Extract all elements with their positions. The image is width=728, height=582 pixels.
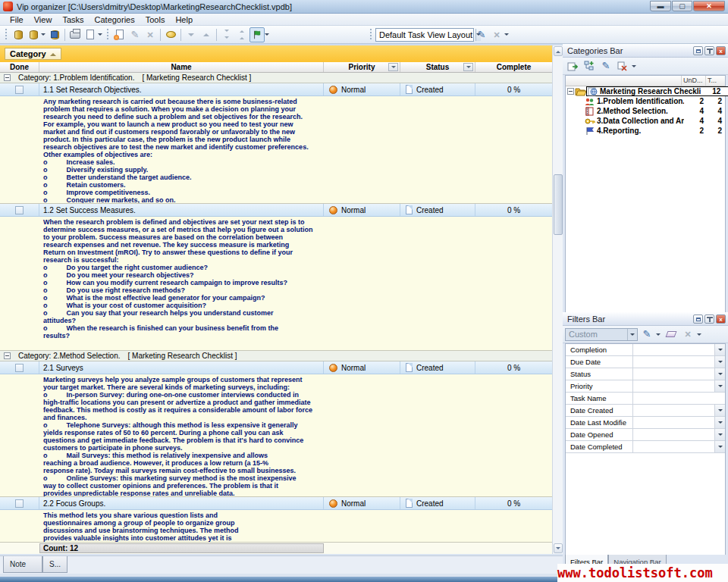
add-category-button[interactable] [582,59,597,73]
task-row[interactable]: 1.2 Set Success Measures. Normal Created… [0,204,552,217]
tree-header-name[interactable] [566,76,681,86]
column-header-done[interactable]: Done [0,62,39,72]
column-header-complete[interactable]: Complete [475,62,552,72]
save-database-button[interactable] [47,27,62,42]
edit-task-button[interactable]: ✎ [127,27,143,42]
filter-value[interactable] [632,380,714,392]
move-top-button[interactable] [234,27,249,42]
column-header-status[interactable]: Status [400,62,475,72]
tree-header-total[interactable]: T... [705,76,725,86]
panel-restore-button[interactable] [693,314,703,324]
panel-close-button[interactable]: x [716,314,726,324]
minimize-button[interactable]: ▬ [650,1,671,11]
delete-layout-button[interactable]: ✕ [489,27,504,42]
print-options-caret[interactable] [98,33,102,38]
collapse-group-icon[interactable] [4,74,11,81]
task-checkbox[interactable] [15,86,24,94]
collapse-tree-icon[interactable] [567,88,574,95]
filter-value[interactable] [632,405,714,416]
tree-item-category[interactable]: 2.Method Selection. 4 4 [566,106,725,116]
clear-filter-button[interactable] [664,327,679,341]
menu-view[interactable]: View [29,14,58,25]
filter-dropdown-button[interactable] [714,417,725,428]
layout-combo[interactable]: Default Task View Layout [375,28,474,42]
tree-item-category[interactable]: 4.Reporting. 2 2 [566,126,725,136]
filter-dropdown-button[interactable] [714,405,725,416]
add-tasklist-button[interactable] [565,59,580,73]
filter-preset-dropdown[interactable] [627,329,637,340]
panel-pin-button[interactable] [704,46,714,55]
filter-value[interactable] [632,417,714,428]
flag-view-button[interactable] [249,27,265,42]
filter-dropdown-button[interactable] [714,429,725,440]
menu-categories[interactable]: Categories [89,14,140,25]
filter-dropdown-button[interactable] [714,380,725,392]
task-description[interactable]: Marketing surveys help you analyze sampl… [0,374,552,497]
delete-category-button[interactable] [615,59,630,73]
task-priority-cell[interactable]: Normal [324,204,400,216]
edit-category-button[interactable]: ✎ [598,59,613,73]
move-up-button[interactable] [199,27,214,42]
task-description[interactable]: When the research problem is defined and… [0,217,552,351]
toolbar-grip-3[interactable] [369,29,373,41]
scroll-up-button[interactable] [554,46,563,56]
task-checkbox[interactable] [15,364,24,372]
filter-value[interactable] [632,344,714,355]
task-description[interactable]: This method lets you share various quest… [0,510,552,542]
filters-toolbar-caret[interactable] [697,333,701,338]
tree-item-category[interactable]: 3.Data Collection and Analy 4 4 [566,116,725,126]
priority-filter-button[interactable] [388,63,398,71]
task-checkbox[interactable] [15,499,24,508]
task-complete-cell[interactable]: 0 % [475,83,552,95]
task-status-cell[interactable]: Created [400,361,475,374]
menu-help[interactable]: Help [170,14,198,25]
toolbar-grip[interactable] [5,29,8,41]
status-filter-button[interactable] [463,63,473,71]
open-database-caret[interactable] [41,33,46,38]
task-name-cell[interactable]: 1.2 Set Success Measures. [39,204,324,216]
group-row[interactable]: Category: 2.Method Selection. [ Marketin… [0,351,552,361]
menu-file[interactable]: File [5,14,29,25]
task-priority-cell[interactable]: Normal [324,361,400,374]
filter-value[interactable] [632,368,714,380]
tree-item-category[interactable]: 1.Problem Identification. 2 2 [566,96,725,106]
tab-note[interactable]: Note [3,556,42,573]
task-description[interactable]: Any marketing research is carried out be… [0,96,552,204]
highlight-button[interactable] [163,27,178,42]
scrollbar-thumb[interactable] [554,174,563,235]
task-complete-cell[interactable]: 0 % [475,361,552,374]
task-name-cell[interactable]: 1.1 Set Research Objectives. [39,83,324,95]
task-row[interactable]: 2.1 Surveys Normal Created 0 % [0,361,552,374]
scroll-down-button[interactable] [554,543,563,553]
task-status-cell[interactable]: Created [400,204,475,216]
tab-s[interactable]: S... [42,556,67,573]
add-task-button[interactable] [112,27,127,42]
filter-dropdown-button[interactable] [714,441,725,452]
column-header-name[interactable]: Name [39,62,324,72]
menu-tools[interactable]: Tools [140,14,171,25]
tree-item-tasklist[interactable]: Marketing Research Checkli 12 12 [566,86,725,96]
task-status-cell[interactable]: Created [400,83,475,95]
toolbar-grip-2[interactable] [106,29,110,41]
task-priority-cell[interactable]: Normal [324,83,400,95]
panel-restore-button[interactable] [693,46,703,55]
save-layout-button[interactable]: ✎ [474,27,489,42]
menu-tasks[interactable]: Tasks [57,14,89,25]
filter-value[interactable] [632,429,714,440]
task-name-cell[interactable]: 2.1 Surveys [39,361,324,374]
task-checkbox[interactable] [15,206,24,214]
column-header-priority[interactable]: Priority [324,62,400,72]
layout-overflow-caret[interactable] [504,33,509,38]
task-row[interactable]: 2.2 Focus Groups. Normal Created 0 % [0,497,552,510]
flag-view-caret[interactable] [265,33,269,38]
tree-header-undone[interactable]: UnD... [681,76,705,86]
filter-value[interactable] [632,356,714,368]
group-by-category-button[interactable]: Category [5,48,61,60]
move-down-button[interactable] [184,27,199,42]
print-preview-button[interactable] [83,27,98,42]
filter-preset-combo[interactable]: Custom [565,328,638,341]
panel-pin-button[interactable] [704,314,714,324]
filter-dropdown-button[interactable] [714,368,725,380]
save-filter-caret[interactable] [656,333,661,338]
task-row[interactable]: 1.1 Set Research Objectives. Normal Crea… [0,83,552,96]
